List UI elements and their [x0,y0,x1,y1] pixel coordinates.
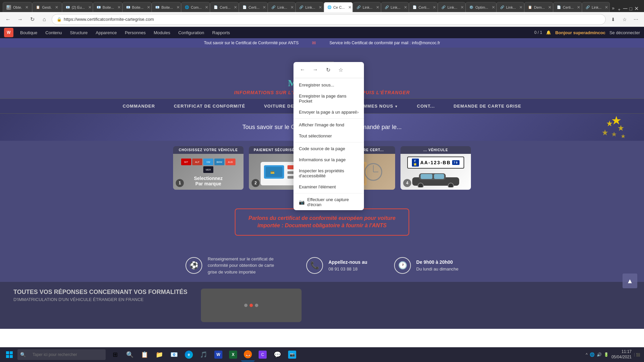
taskbar-app-browser-active[interactable]: 🦊 [241,348,255,361]
tab-eu[interactable]: 📧 (2) Eu... ✕ [62,2,93,12]
tab-close-eu[interactable]: ✕ [88,5,92,10]
tab-link2[interactable]: 🔗 Link... ✕ [296,2,323,12]
ctx-back-button[interactable]: ← [298,65,308,75]
cms-nav-contenu[interactable]: Contenu [41,27,66,38]
ctx-forward-button[interactable]: → [310,65,320,75]
cms-nav-rapports[interactable]: Rapports [208,27,234,38]
tab-new[interactable]: + [618,7,621,12]
tab-obte[interactable]: 🔍 Obte... ✕ [3,2,32,12]
ctx-item-page-info[interactable]: Informations sur la page [293,154,364,165]
taskbar-app-wechat[interactable]: 💬 [271,348,284,361]
taskbar-app-tasks[interactable]: 📋 [138,348,151,361]
ctx-reload-button[interactable]: ↻ [323,65,333,75]
tab-close-boite2[interactable]: ✕ [147,5,150,10]
ctx-item-source[interactable]: Code source de la page [293,143,364,154]
tab-close-certi4[interactable]: ✕ [577,5,580,10]
show-desktop[interactable]: ⬛ [634,353,641,357]
tab-link1[interactable]: 🔗 Link... ✕ [268,2,296,12]
tab-close-link6[interactable]: ✕ [519,5,523,10]
taskbar-clock[interactable]: 11:17 05/04/2021 [611,349,632,360]
tab-certi3[interactable]: 📄 Certi... ✕ [409,2,438,12]
taskbar-app-comm[interactable]: C [256,348,269,361]
home-button[interactable]: ⌂ [40,15,49,24]
ctx-item-inspect[interactable]: Examiner l'élément [293,181,364,192]
more-button[interactable]: ⋯ [631,15,641,24]
tab-close-active[interactable]: ✕ [348,5,352,10]
tab-link7[interactable]: 🔗 Link... ✕ [582,2,610,12]
taskbar-app-search2[interactable]: 🔍 [123,348,137,361]
cms-nav-apparence[interactable]: Apparence [92,27,121,38]
dot-2[interactable] [250,304,253,307]
tab-close-link5[interactable]: ✕ [461,5,464,10]
dot-3[interactable] [255,304,258,307]
cms-nav-structure[interactable]: Structure [66,27,92,38]
systray-sound[interactable]: 🔊 [597,352,602,357]
tab-link4[interactable]: 🔗 Link... ✕ [381,2,409,12]
cms-nav-personnes[interactable]: Personnes [121,27,150,38]
tab-boite1[interactable]: 📧 Boite... ✕ [93,2,122,12]
tab-close-certi2[interactable]: ✕ [263,5,266,10]
taskbar-app-mail[interactable]: 📧 [167,348,181,361]
tab-close-link2[interactable]: ✕ [319,5,322,10]
taskbar-app-edge[interactable]: e [182,348,196,361]
reload-button[interactable]: ↻ [28,15,37,24]
minimize-button[interactable]: ─ [623,5,628,12]
taskbar-search-input[interactable] [29,349,103,360]
ctx-item-select-all[interactable]: Tout sélectionner [293,130,364,141]
tab-link3[interactable]: 🔗 Link... ✕ [353,2,381,12]
scroll-top-button[interactable]: ▲ [623,274,637,288]
close-button[interactable]: ✕ [634,5,639,12]
tab-certi2[interactable]: 📄 Certi... ✕ [239,2,268,12]
tab-com[interactable]: 🌐 Com... ✕ [181,2,210,12]
tab-close-optim[interactable]: ✕ [492,5,495,10]
nav-cont[interactable]: CONT... [408,99,444,113]
cms-nav-boutique[interactable]: Boutique [16,27,41,38]
cms-nav-configuration[interactable]: Configuration [174,27,208,38]
tab-certi1[interactable]: 📄 Certi... ✕ [210,2,239,12]
download-button[interactable]: ⬇ [608,15,618,24]
cms-nav-modules[interactable]: Modules [150,27,174,38]
maximize-button[interactable]: □ [630,6,632,11]
tab-close-dem[interactable]: ✕ [548,5,551,10]
nav-certificat[interactable]: CERTIFICAT DE CONFORMITÉ [164,99,255,113]
nav-commander[interactable]: COMMANDER [113,99,164,113]
tab-overflow[interactable]: » [610,4,616,12]
taskbar-app-word[interactable]: W [212,348,225,361]
tab-close-certi3[interactable]: ✕ [433,5,436,10]
tab-close-link4[interactable]: ✕ [404,5,407,10]
tab-close-certi1[interactable]: ✕ [234,5,237,10]
tab-close-boite1[interactable]: ✕ [117,5,121,10]
tab-close-obte[interactable]: ✕ [25,5,29,10]
ctx-item-screenshot[interactable]: 📷 Effectuer une capture d'écran [293,194,364,210]
tab-close-link3[interactable]: ✕ [376,5,379,10]
ctx-item-save-as[interactable]: Enregistrer sous... [293,79,364,90]
taskbar-app-gallery[interactable]: 📷 [285,348,299,361]
ctx-item-accessibility[interactable]: Inspecter les propriétés d'accessibilité [293,165,364,181]
tab-close-link7[interactable]: ✕ [605,5,608,10]
bookmark-button[interactable]: ☆ [620,15,629,24]
ctx-bookmark-button[interactable]: ☆ [336,65,346,75]
tab-link5[interactable]: 🔗 Link... ✕ [438,2,466,12]
systray-arrow[interactable]: ^ [586,352,588,357]
taskbar-app-taskswitcher[interactable]: ⊞ [108,348,122,361]
ctx-item-send[interactable]: Envoyer la page à un appareil › [293,107,364,118]
nav-carte-grise[interactable]: DEMANDE DE CARTE GRISE [444,99,531,113]
tab-close-com[interactable]: ✕ [205,5,208,10]
start-button[interactable] [3,348,16,361]
tab-gesti[interactable]: 📋 Gesti... ✕ [32,2,62,12]
address-input[interactable]: 🔒 https://www.certificatconformite-carte… [52,14,606,25]
tab-link6[interactable]: 🔗 Link... ✕ [496,2,524,12]
tab-close-boite3[interactable]: ✕ [176,5,180,10]
tab-close-gesti[interactable]: ✕ [55,5,58,10]
ctx-item-bg[interactable]: Afficher l'image de fond [293,119,364,130]
tab-close-link1[interactable]: ✕ [290,5,294,10]
taskbar-search-box[interactable]: 🔍 [17,349,106,360]
tab-boite3[interactable]: 📧 Boite... ✕ [152,2,181,12]
taskbar-app-excel[interactable]: X [226,348,240,361]
cms-logout[interactable]: Se déconnecter [609,30,640,35]
tab-dem[interactable]: 📋 Dem... ✕ [524,2,553,12]
dot-1[interactable] [244,304,248,307]
taskbar-app-files[interactable]: 📁 [153,348,166,361]
tab-certi4[interactable]: 📄 Certi... ✕ [553,2,582,12]
tab-active[interactable]: 🌐 Ce C... ✕ [324,2,353,12]
